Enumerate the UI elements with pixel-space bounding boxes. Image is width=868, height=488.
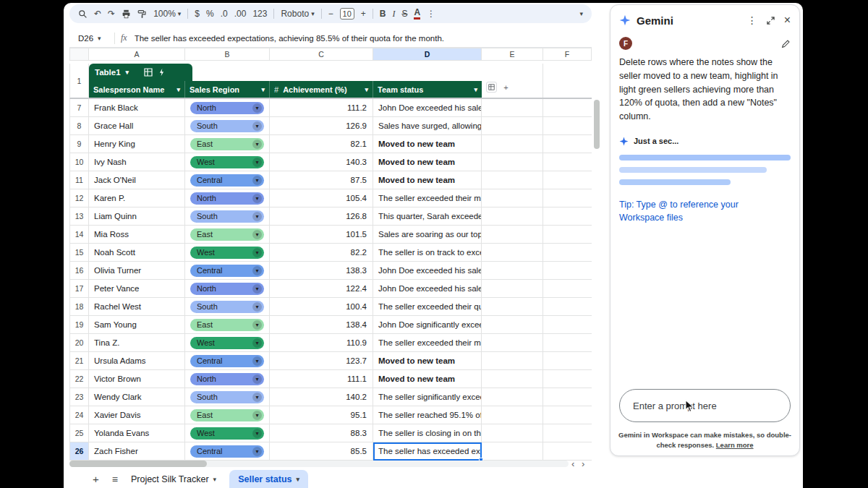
region-dropdown-chip[interactable]: North▾ [190,283,264,295]
column-header-b[interactable]: B [185,48,270,61]
cell-achievement[interactable]: 138.3 [270,262,373,279]
row-number[interactable]: 10 [69,153,89,171]
vertical-scrollbar[interactable] [594,64,600,461]
cell-team-status[interactable]: Moved to new team [373,135,482,153]
zoom-select[interactable]: 100% ▾ [153,9,181,19]
row-number[interactable]: 20 [69,334,89,352]
cell-region[interactable]: East▾ [185,316,270,333]
cell-empty[interactable] [482,153,543,171]
cell-empty[interactable] [543,442,592,460]
region-dropdown-chip[interactable]: West▾ [190,427,264,440]
region-dropdown-chip[interactable]: North▾ [190,373,264,385]
region-dropdown-chip[interactable]: South▾ [190,210,264,223]
cell-empty[interactable] [482,370,543,388]
cell-achievement[interactable]: 100.4 [270,298,373,315]
column-header-d[interactable]: D [373,48,482,61]
cell-achievement[interactable]: 123.7 [270,352,373,369]
expand-icon[interactable] [767,17,775,25]
table-header-salesperson[interactable]: Salesperson Name ▾ [89,81,185,98]
cell-achievement[interactable]: 110.9 [270,334,373,351]
cell-empty[interactable] [543,424,592,442]
row-number[interactable]: 8 [69,117,89,135]
cell-team-status[interactable]: Sales have surged, allowing th [373,117,482,134]
cell-achievement[interactable]: 122.4 [270,280,373,297]
cell-empty[interactable] [543,298,592,315]
region-dropdown-chip[interactable]: North▾ [190,192,264,205]
region-dropdown-chip[interactable]: Central▾ [190,355,264,367]
cell-salesperson[interactable]: Ursula Adams [89,352,185,369]
cell-empty[interactable] [543,117,592,134]
cell-empty[interactable] [543,388,592,406]
cell-team-status[interactable]: Moved to new team [373,153,482,171]
row-number[interactable]: 24 [69,406,89,424]
cell-salesperson[interactable]: Yolanda Evans [89,424,185,442]
cell-region[interactable]: Central▾ [185,262,270,279]
column-header-c[interactable]: C [270,48,373,61]
cell-team-status[interactable]: The seller reached 95.1% of t [373,406,482,424]
number-format-button[interactable]: 123 [252,9,267,19]
cell-empty[interactable] [482,207,543,225]
cell-salesperson[interactable]: Mia Ross [89,226,185,243]
row-number[interactable]: 26 [69,442,89,461]
cell-salesperson[interactable]: Liam Quinn [89,207,185,225]
cell-empty[interactable] [482,99,543,116]
cell-empty[interactable] [482,388,543,406]
cell-team-status[interactable]: Sales are soaring as our top s [373,226,482,243]
table-bolt-icon[interactable] [158,68,166,77]
region-dropdown-chip[interactable]: North▾ [190,102,264,114]
cell-salesperson[interactable]: Wendy Clark [89,388,185,406]
select-all-corner[interactable] [69,48,89,61]
row-number[interactable]: 19 [69,316,89,334]
decrease-font-size-button[interactable]: − [328,9,333,19]
region-dropdown-chip[interactable]: West▾ [190,247,264,259]
sheet-tab-project-silk-tracker[interactable]: Project Silk Tracker ▾ [131,474,216,484]
cell-region[interactable]: Central▾ [185,352,270,369]
edit-prompt-icon[interactable] [781,39,791,48]
region-dropdown-chip[interactable]: East▾ [190,409,264,421]
cell-achievement[interactable]: 105.4 [270,189,373,207]
cell-team-status[interactable]: The seller is closing in on the [373,424,482,442]
region-dropdown-chip[interactable]: South▾ [190,120,264,132]
cell-empty[interactable] [482,171,543,189]
row-number[interactable]: 7 [69,99,89,117]
cell-region[interactable]: South▾ [185,298,270,315]
cell-region[interactable]: Central▾ [185,442,270,460]
row-number[interactable]: 22 [69,370,89,388]
cell-team-status[interactable]: The seller exceeded their mo [373,189,482,207]
row-number[interactable]: 13 [69,207,89,226]
scroll-right-icon[interactable]: › [582,458,584,469]
region-dropdown-chip[interactable]: West▾ [190,156,264,168]
cell-region[interactable]: South▾ [185,117,270,134]
cell-team-status[interactable]: John Doe exceeded his sales [373,280,482,297]
region-dropdown-chip[interactable]: South▾ [190,301,264,313]
cell-team-status[interactable]: John Doe exceeded his sales [373,99,482,116]
cell-f1[interactable] [543,64,592,98]
cell-region[interactable]: West▾ [185,334,270,351]
percent-format-button[interactable]: % [206,9,214,19]
decrease-decimal-button[interactable]: .0 [221,9,228,19]
cell-achievement[interactable]: 111.1 [270,370,373,388]
cell-empty[interactable] [543,334,592,351]
cell-salesperson[interactable]: Tina Z. [89,334,185,351]
cell-salesperson[interactable]: Jack O'Neil [89,171,185,189]
add-sheet-icon[interactable]: + [93,473,99,485]
cell-empty[interactable] [482,352,543,369]
cell-achievement[interactable]: 111.2 [270,99,373,116]
cell-team-status[interactable]: This quarter, Sarah exceeded [373,207,482,225]
cell-empty[interactable] [482,280,543,297]
more-formats-icon[interactable]: ⋮ [427,9,435,19]
cell-salesperson[interactable]: Rachel West [89,298,185,315]
cell-salesperson[interactable]: Peter Vance [89,280,185,297]
horizontal-scrollbar[interactable] [69,461,569,467]
cell-achievement[interactable]: 101.5 [270,226,373,243]
cell-region[interactable]: Central▾ [185,171,270,189]
cell-team-status[interactable]: The seller exceeded their qua [373,298,482,315]
cell-achievement[interactable]: 126.8 [270,207,373,225]
cell-empty[interactable] [543,352,592,369]
cell-salesperson[interactable]: Olivia Turner [89,262,185,279]
paint-format-icon[interactable] [137,9,147,19]
region-dropdown-chip[interactable]: East▾ [190,228,264,241]
table-header-status[interactable]: Team status ▾ [373,81,482,98]
cell-region[interactable]: North▾ [185,370,270,388]
more-options-icon[interactable]: ⋮ [747,14,757,26]
